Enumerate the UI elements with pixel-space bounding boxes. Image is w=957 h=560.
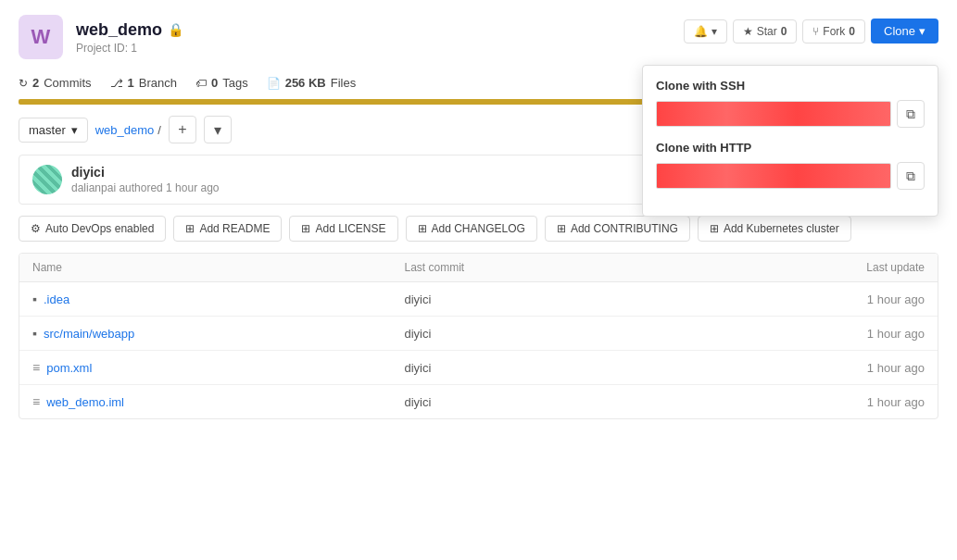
clone-caret: ▾ xyxy=(919,24,926,38)
add-license-button[interactable]: ⊞ Add LICENSE xyxy=(289,216,397,242)
clone-ssh-row: git@████████████████_grou ⧉ xyxy=(656,100,925,128)
auto-devops-button[interactable]: ⚙ Auto DevOps enabled xyxy=(19,216,166,242)
files-label: Files xyxy=(331,76,356,90)
lock-icon: 🔒 xyxy=(168,22,183,37)
clone-http-title: Clone with HTTP xyxy=(656,141,925,155)
commits-stat[interactable]: ↻ 2 Commits xyxy=(19,76,92,90)
file-name-iml[interactable]: ≡ web_demo.iml xyxy=(32,394,405,409)
notify-caret: ▾ xyxy=(711,25,717,38)
action-buttons: ⚙ Auto DevOps enabled ⊞ Add README ⊞ Add… xyxy=(0,216,957,253)
commits-label: Commits xyxy=(44,76,91,90)
gear-icon: ⚙ xyxy=(31,222,41,235)
add-contributing-icon: ⊞ xyxy=(557,222,566,235)
repo-avatar: W xyxy=(19,15,63,59)
commit-time: 1 hour ago xyxy=(166,181,219,194)
clone-http-row: http://████████████████pch ⧉ xyxy=(656,162,925,190)
branch-caret-icon: ▾ xyxy=(71,123,78,137)
file-commit-pom: diyici xyxy=(405,361,777,375)
tags-stat[interactable]: 🏷 0 Tags xyxy=(195,76,248,90)
branch-select[interactable]: master ▾ xyxy=(19,118,88,143)
add-readme-icon: ⊞ xyxy=(185,222,195,235)
file-time-webapp: 1 hour ago xyxy=(776,327,925,341)
fork-icon: ⑂ xyxy=(812,25,819,38)
col-name: Name xyxy=(32,261,405,274)
table-row: ▪ .idea diyici 1 hour ago xyxy=(19,282,938,317)
clone-ssh-title: Clone with SSH xyxy=(656,79,925,93)
branch-name: master xyxy=(29,123,66,137)
commit-meta: dalianpai authored 1 hour ago xyxy=(71,181,220,194)
table-row: ≡ pom.xml diyici 1 hour ago xyxy=(19,351,938,385)
col-last-commit: Last commit xyxy=(405,261,777,274)
commit-message[interactable]: diyici xyxy=(71,165,220,180)
add-changelog-button[interactable]: ⊞ Add CHANGELOG xyxy=(406,216,537,242)
add-readme-button[interactable]: ⊞ Add README xyxy=(173,216,282,242)
file-icon: ≡ xyxy=(32,394,40,409)
clone-ssh-input[interactable]: git@████████████████_grou xyxy=(656,101,891,127)
tag-icon: 🏷 xyxy=(195,77,207,90)
add-caret-icon: ▾ xyxy=(214,121,221,139)
bell-icon: 🔔 xyxy=(694,25,708,38)
table-row: ≡ web_demo.iml diyici 1 hour ago xyxy=(19,385,938,418)
file-time-idea: 1 hour ago xyxy=(776,292,925,306)
commit-avatar xyxy=(32,165,62,194)
add-kubernetes-icon: ⊞ xyxy=(710,222,719,235)
file-commit-webapp: diyici xyxy=(405,327,777,341)
files-size: 256 KB xyxy=(285,76,326,90)
file-commit-idea: diyici xyxy=(405,292,777,306)
add-changelog-icon: ⊞ xyxy=(418,222,427,235)
path-name[interactable]: web_demo xyxy=(95,123,155,137)
commits-count: 2 xyxy=(32,76,39,90)
file-time-pom: 1 hour ago xyxy=(776,361,925,375)
folder-icon: ▪ xyxy=(32,292,37,306)
notify-button[interactable]: 🔔 ▾ xyxy=(684,19,727,44)
file-icon: ≡ xyxy=(32,360,40,375)
file-name-webapp[interactable]: ▪ src/main/webapp xyxy=(32,326,405,341)
fork-count: 0 xyxy=(849,25,855,38)
clone-http-copy-button[interactable]: ⧉ xyxy=(897,162,925,190)
tags-label: Tags xyxy=(222,76,247,90)
file-name-idea[interactable]: ▪ .idea xyxy=(32,292,405,306)
branches-label: Branch xyxy=(139,76,177,90)
star-button[interactable]: ★ Star 0 xyxy=(733,19,798,44)
repo-title-section: W web_demo 🔒 Project ID: 1 xyxy=(19,15,183,59)
col-last-update: Last update xyxy=(776,261,925,274)
clone-button[interactable]: Clone ▾ xyxy=(871,19,938,44)
commit-author-section: diyici dalianpai authored 1 hour ago xyxy=(32,165,220,194)
branches-count: 1 xyxy=(128,76,134,90)
clone-http-input[interactable]: http://████████████████pch xyxy=(656,163,891,189)
star-count: 0 xyxy=(781,25,787,38)
plus-icon: + xyxy=(178,121,186,138)
path-crumb: web_demo / xyxy=(95,123,161,137)
repo-name: web_demo 🔒 xyxy=(76,20,183,40)
branches-stat[interactable]: ⎇ 1 Branch xyxy=(110,76,177,90)
clone-dropdown: Clone with SSH git@████████████████_grou… xyxy=(642,65,938,217)
project-id: Project ID: 1 xyxy=(76,42,183,55)
clone-ssh-copy-button[interactable]: ⧉ xyxy=(897,100,925,128)
file-table-header: Name Last commit Last update xyxy=(19,254,938,282)
clone-label: Clone xyxy=(884,24,915,38)
add-contributing-button[interactable]: ⊞ Add CONTRIBUTING xyxy=(545,216,690,242)
add-kubernetes-button[interactable]: ⊞ Add Kubernetes cluster xyxy=(698,216,851,242)
folder-icon: ▪ xyxy=(32,326,37,341)
commits-icon: ↻ xyxy=(19,77,28,90)
files-stat[interactable]: 📄 256 KB Files xyxy=(267,76,357,90)
branch-icon: ⎇ xyxy=(110,77,123,90)
tags-count: 0 xyxy=(211,76,218,90)
add-caret-button[interactable]: ▾ xyxy=(204,116,232,143)
repo-actions: 🔔 ▾ ★ Star 0 ⑂ Fork 0 Clone ▾ xyxy=(684,19,938,44)
file-time-iml: 1 hour ago xyxy=(776,395,925,409)
table-row: ▪ src/main/webapp diyici 1 hour ago xyxy=(19,317,938,351)
add-license-icon: ⊞ xyxy=(301,222,310,235)
repo-name-block: web_demo 🔒 Project ID: 1 xyxy=(76,20,183,55)
add-file-button[interactable]: + xyxy=(169,116,196,143)
file-name-pom[interactable]: ≡ pom.xml xyxy=(32,360,405,375)
commit-author: dalianpai xyxy=(71,181,116,194)
star-icon: ★ xyxy=(743,25,753,38)
file-table: Name Last commit Last update ▪ .idea diy… xyxy=(19,253,938,419)
path-separator: / xyxy=(157,123,161,137)
files-icon: 📄 xyxy=(267,77,281,90)
file-commit-iml: diyici xyxy=(405,395,777,409)
fork-button[interactable]: ⑂ Fork 0 xyxy=(802,19,865,44)
commit-info: diyici dalianpai authored 1 hour ago xyxy=(71,165,220,194)
